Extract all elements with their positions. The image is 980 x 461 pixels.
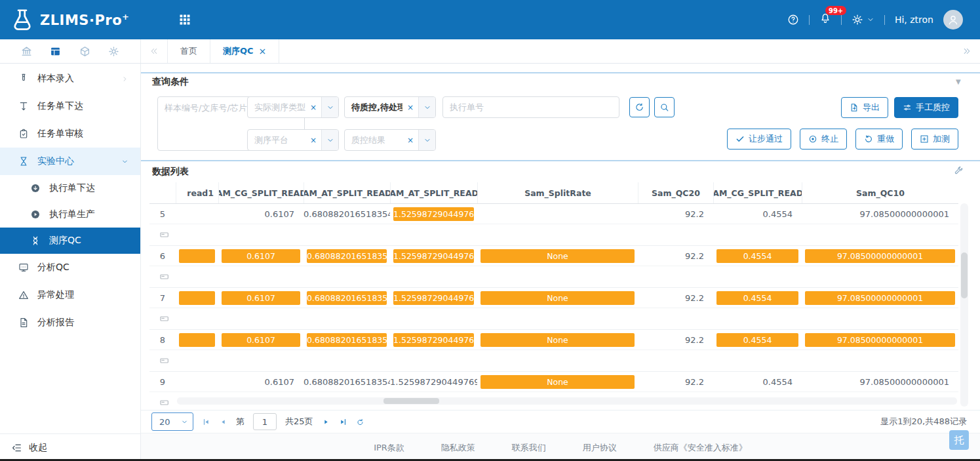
footer-link-4[interactable]: 供应商《安全准入标准》 (654, 442, 747, 454)
button-label: 重做 (877, 133, 894, 145)
sidebar-item-1[interactable]: 任务单下达 (0, 92, 140, 120)
horizontal-scrollbar[interactable] (177, 397, 957, 405)
column-header-SAM_AT_SPLIT_READ2[interactable]: SAM_AT_SPLIT_READ2 (390, 182, 477, 203)
footer-link-0[interactable]: IPR条款 (374, 442, 404, 454)
clear-x-icon[interactable]: × (305, 103, 321, 112)
expand-card-icon[interactable] (159, 313, 170, 324)
module-icon-strip (0, 39, 141, 63)
select-chevron-icon[interactable] (321, 130, 338, 150)
collapse-label: 收起 (29, 442, 47, 454)
manual-qc-button[interactable]: 手工质控 (894, 97, 958, 118)
select-chevron-icon[interactable] (321, 97, 338, 117)
reload-page-icon[interactable] (356, 418, 364, 426)
gear-icon[interactable] (852, 14, 863, 26)
drag-float-badge[interactable]: 托 (949, 430, 969, 450)
sidebar-item-9[interactable]: 分析报告 (0, 309, 140, 336)
select-chevron-icon[interactable] (418, 97, 435, 117)
sidebar-item-6[interactable]: 测序QC (0, 228, 140, 254)
row-expand-strip-6[interactable] (149, 266, 958, 288)
highlighted-value: None (480, 249, 635, 263)
row-expand-strip-5[interactable] (149, 224, 958, 246)
row-expand-strip-7[interactable] (149, 308, 958, 330)
app-launcher-icon[interactable] (178, 13, 191, 26)
refresh-button[interactable] (629, 97, 650, 117)
workspace-icon[interactable] (50, 46, 61, 57)
column-header-read1[interactable]: read1 (176, 182, 218, 203)
cell-Sam_SplitRate: None (477, 291, 638, 305)
tabs-scroll-left-icon[interactable] (141, 39, 167, 63)
table-row-7[interactable]: 70.61070.68088201651835441.5259872904497… (149, 288, 958, 308)
settings-menu-button[interactable] (852, 14, 874, 26)
sidebar-collapse-button[interactable]: 收起 (0, 433, 140, 461)
expand-card-icon[interactable] (159, 271, 170, 282)
sidebar-item-7[interactable]: 分析QC (0, 254, 140, 281)
table-row-5[interactable]: 50.61070.68088201651835441.5259872904497… (149, 204, 958, 224)
filter-select-actual-seq-type[interactable]: 实际测序类型× (247, 96, 339, 118)
column-header-Sam_QC20[interactable]: Sam_QC20 (638, 182, 713, 203)
table-row-9[interactable]: 90.61070.68088201651835441.5259872904497… (149, 372, 958, 392)
column-header-rownum[interactable] (149, 182, 176, 203)
redo-button[interactable]: 重做 (855, 129, 903, 150)
sidebar-item-2[interactable]: 任务单审核 (0, 120, 140, 148)
first-page-icon[interactable] (202, 418, 210, 426)
footer-link-3[interactable]: 用户协议 (583, 442, 617, 454)
expand-card-icon[interactable] (159, 397, 170, 408)
table-row-8[interactable]: 80.61070.68088201651835441.5259872904497… (149, 330, 958, 350)
order-number-input[interactable] (442, 96, 619, 118)
vertical-scrollbar-thumb[interactable] (961, 252, 968, 298)
footer-link-1[interactable]: 隐私政策 (441, 442, 475, 454)
sidebar-item-8[interactable]: 异常处理 (0, 281, 140, 309)
clear-x-icon[interactable]: × (402, 103, 418, 112)
sidebar-item-5[interactable]: 执行单生产 (0, 201, 140, 228)
user-avatar[interactable] (943, 10, 963, 30)
column-header-Sam_SplitRate[interactable]: Sam_SplitRate (477, 182, 638, 203)
cell-SAM_CG_SPLIT_READ1: 0.4554 (713, 249, 802, 263)
page-size-select[interactable]: 20 (151, 412, 193, 431)
column-header-SAM_AT_SPLIT_READ1[interactable]: SAM_AT_SPLIT_READ1 (304, 182, 390, 203)
filter-select-qc-result[interactable]: 质控结果× (344, 129, 436, 151)
vertical-scrollbar[interactable] (960, 203, 968, 407)
page-number-input[interactable] (253, 413, 277, 430)
sidebar-item-3[interactable]: 实验中心 (0, 148, 140, 175)
column-header-Sam_QC10[interactable]: Sam_QC10 (802, 182, 958, 203)
modules-cube-icon[interactable] (79, 46, 90, 57)
notifications-button[interactable]: 99+ (819, 12, 831, 27)
horizontal-scrollbar-thumb[interactable] (383, 398, 439, 404)
last-page-icon[interactable] (339, 418, 347, 426)
search-button[interactable] (654, 97, 675, 117)
tube-icon (18, 73, 29, 84)
tab-0[interactable]: 首页 (167, 39, 210, 63)
tab-close-icon[interactable]: × (259, 46, 267, 56)
terminate-button[interactable]: 终止 (800, 129, 847, 150)
footer-link-2[interactable]: 联系我们 (512, 442, 546, 454)
sidebar-item-0[interactable]: 样本录入 (0, 65, 140, 92)
export-button[interactable]: 导出 (841, 97, 888, 118)
help-icon[interactable] (787, 14, 799, 26)
highlighted-value: 0.6808820165183544 (307, 333, 387, 347)
table-row-6[interactable]: 60.61070.68088201651835441.5259872904497… (149, 246, 958, 266)
highlighted-value: 97.08500000000001 (805, 249, 955, 263)
column-settings-wrench-icon[interactable] (954, 166, 964, 176)
cell-SAM_AT_SPLIT_READ1: 0.6808820165183544 (304, 291, 390, 305)
clear-x-icon[interactable]: × (305, 136, 321, 145)
prev-page-icon[interactable] (219, 418, 227, 426)
tabs-scroll-right-icon[interactable] (954, 39, 980, 63)
clear-x-icon[interactable]: × (402, 136, 418, 145)
add-test-button[interactable]: 加测 (911, 129, 958, 150)
filter-select-qc-pending-status[interactable]: 待质控,待处理× (344, 96, 436, 118)
sidebar-item-4[interactable]: 执行单下达 (0, 175, 140, 201)
query-collapse-icon[interactable]: ▼ (956, 78, 961, 85)
row-expand-strip-8[interactable] (149, 350, 958, 372)
concession-pass-button[interactable]: 让步通过 (727, 129, 791, 150)
button-label: 让步通过 (749, 133, 783, 145)
column-header-SAM_CG_SPLIT_READ2[interactable]: SAM_CG_SPLIT_READ2 (218, 182, 304, 203)
filter-select-seq-platform[interactable]: 测序平台× (247, 129, 339, 151)
expand-card-icon[interactable] (159, 355, 170, 366)
tab-1[interactable]: 测序QC× (210, 39, 279, 63)
institution-icon[interactable] (21, 46, 32, 57)
next-page-icon[interactable] (322, 418, 330, 426)
expand-card-icon[interactable] (159, 230, 170, 240)
strip-settings-icon[interactable] (108, 46, 119, 57)
select-chevron-icon[interactable] (418, 130, 435, 150)
column-header-SAM_CG_SPLIT_READ1[interactable]: SAM_CG_SPLIT_READ1 (713, 182, 802, 203)
